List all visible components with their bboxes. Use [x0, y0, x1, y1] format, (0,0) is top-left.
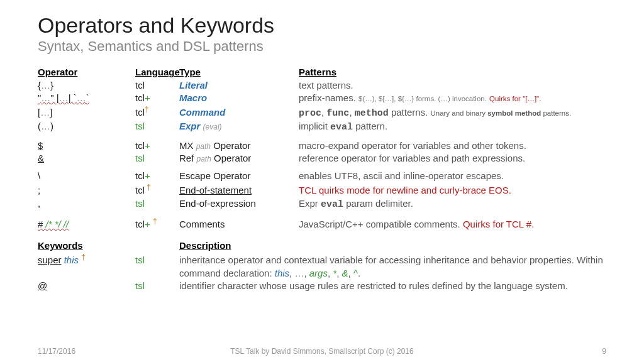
type-cell: Comments: [179, 218, 299, 231]
language-cell: tcl+: [135, 170, 179, 182]
table-row: ,tslEnd-of-expressionExpr eval param del…: [38, 197, 606, 211]
table-header-row: Keywords Description: [38, 239, 606, 252]
table-row: # /* */ //tcl+ †CommentsJavaScript/C++ c…: [38, 216, 606, 231]
table-row: $tcl+MX path Operatormacro-expand operat…: [38, 140, 606, 152]
patterns-cell: macro-expand operator for variables and …: [299, 140, 606, 152]
type-cell: Ref path Operator: [179, 152, 299, 165]
patterns-cell: enables UTF8, ascii and inline-operator …: [299, 170, 606, 182]
type-cell: Escape Operator: [179, 170, 299, 182]
language-cell: tsl: [135, 280, 179, 292]
table-row: […]tcl†Commandproc, func, method pattern…: [38, 104, 606, 120]
col-operator: Operator: [38, 66, 135, 79]
description-cell: inheritance operator and contextual vari…: [179, 254, 606, 280]
table-row: {…}tclLiteraltext patterns.: [38, 79, 606, 92]
operator-cell: # /* */ //: [38, 218, 135, 231]
patterns-cell: reference operator for variables and pat…: [299, 152, 606, 165]
language-cell: tcl+: [135, 92, 179, 104]
language-cell: tsl: [135, 120, 179, 133]
slide-subtitle: Syntax, Semantics and DSL patterns: [38, 38, 606, 55]
keywords-table: Keywords Description super this †tslinhe…: [38, 239, 606, 292]
table-row: \tcl+Escape Operatorenables UTF8, ascii …: [38, 170, 606, 182]
type-cell: Command: [179, 106, 299, 119]
language-cell: tcl†: [135, 104, 179, 119]
patterns-cell: proc, func, method patterns. Unary and b…: [299, 106, 606, 120]
language-cell: tcl+: [135, 140, 179, 152]
table-row: @tslidentifier character whose usage rul…: [38, 280, 606, 292]
patterns-cell: Expr eval param delimiter.: [299, 197, 606, 211]
slide: Operators and Keywords Syntax, Semantics…: [0, 0, 644, 362]
col-description: Description: [179, 239, 606, 252]
language-cell: tcl: [135, 79, 179, 92]
operator-cell: $: [38, 140, 135, 152]
operator-cell: \: [38, 170, 135, 182]
col-keywords: Keywords: [38, 239, 135, 252]
table-row: super this †tslinheritance operator and …: [38, 252, 606, 280]
table-row: ;tcl †End-of-statementTCL quirks mode fo…: [38, 182, 606, 197]
language-cell: tsl: [135, 254, 179, 266]
patterns-cell: JavaScript/C++ compatible comments. Quir…: [299, 218, 606, 231]
operator-cell: (…): [38, 120, 135, 133]
language-cell: tsl: [135, 197, 179, 210]
language-cell: tcl+ †: [135, 216, 179, 231]
language-cell: tsl: [135, 152, 179, 165]
keyword-cell: @: [38, 280, 135, 292]
description-cell: identifier character whose usage rules a…: [179, 280, 606, 292]
operator-cell: "…" |…| `…`: [38, 92, 135, 104]
slide-footer: 11/17/2016 TSL Talk by David Simmons, Sm…: [38, 347, 606, 356]
col-language: Language: [135, 66, 179, 79]
patterns-cell: TCL quirks mode for newline and curly-br…: [299, 184, 606, 197]
operator-cell: ,: [38, 197, 135, 210]
type-cell: End-of-statement: [179, 184, 299, 197]
table-header-row: Operator Language Type Patterns: [38, 66, 606, 79]
operators-table: Operator Language Type Patterns {…}tclLi…: [38, 66, 606, 231]
table-row: "…" |…| `…`tcl+Macroprefix-names. $(…), …: [38, 92, 606, 104]
operator-cell: &: [38, 152, 135, 165]
patterns-cell: implicit eval pattern.: [299, 120, 606, 134]
col-type: Type: [179, 66, 299, 79]
patterns-cell: prefix-names. $(…), $[…], ${…} forms. (……: [299, 92, 606, 104]
operator-cell: […]: [38, 106, 135, 119]
type-cell: End-of-expression: [179, 197, 299, 210]
type-cell: Expr (eval): [179, 120, 299, 133]
col-patterns: Patterns: [299, 66, 606, 79]
keyword-cell: super this †: [38, 252, 135, 266]
type-cell: MX path Operator: [179, 140, 299, 152]
language-cell: tcl †: [135, 182, 179, 197]
operator-cell: ;: [38, 184, 135, 197]
slide-title: Operators and Keywords: [38, 14, 606, 37]
table-row: (…)tslExpr (eval)implicit eval pattern.: [38, 120, 606, 134]
patterns-cell: text patterns.: [299, 79, 606, 92]
table-row: &tslRef path Operatorreference operator …: [38, 152, 606, 165]
type-cell: Macro: [179, 92, 299, 104]
operator-cell: {…}: [38, 79, 135, 92]
footer-attribution: TSL Talk by David Simmons, Smallscript C…: [38, 347, 606, 356]
type-cell: Literal: [179, 79, 299, 92]
